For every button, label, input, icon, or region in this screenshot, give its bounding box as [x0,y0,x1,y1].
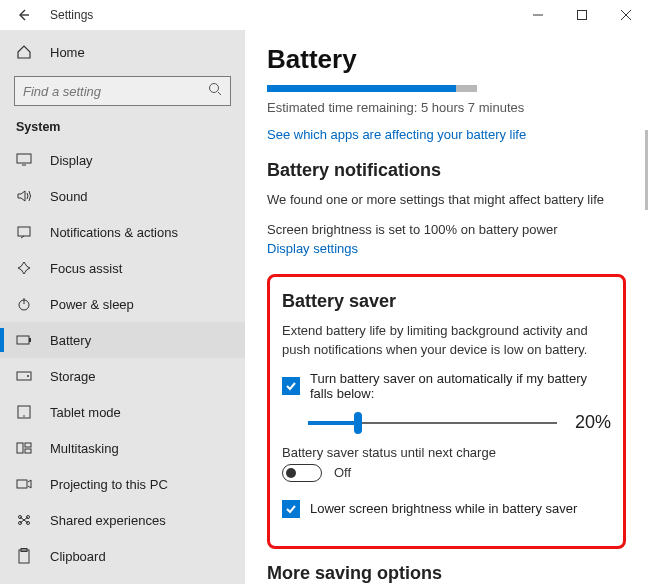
display-icon [16,152,32,168]
display-settings-link[interactable]: Display settings [267,241,626,256]
sidebar: Home System Display Sound Notifications … [0,30,245,584]
home-icon [16,44,32,60]
svg-point-8 [27,375,29,377]
battery-progress [267,85,477,92]
sidebar-item-label: Home [50,45,85,60]
svg-rect-13 [25,449,31,453]
threshold-slider[interactable] [308,411,557,435]
battery-saver-section: Battery saver Extend battery life by lim… [267,274,626,548]
lower-brightness-label: Lower screen brightness while in battery… [310,501,577,516]
sidebar-battery[interactable]: Battery [0,322,245,358]
sidebar-shared-exp[interactable]: Shared experiences [0,502,245,538]
sidebar-item-label: Battery [50,333,91,348]
sidebar-item-label: Clipboard [50,549,106,564]
svg-point-1 [210,84,219,93]
sidebar-sound[interactable]: Sound [0,178,245,214]
svg-rect-12 [25,443,31,447]
svg-rect-3 [18,227,30,236]
sidebar-item-label: Notifications & actions [50,225,178,240]
lower-brightness-checkbox[interactable] [282,500,300,518]
estimated-time: Estimated time remaining: 5 hours 7 minu… [267,100,626,115]
tablet-icon [16,404,32,420]
auto-label: Turn battery saver on automatically if m… [310,371,611,401]
more-options-heading: More saving options [267,563,626,584]
sidebar-item-label: Projecting to this PC [50,477,168,492]
sidebar-tablet-mode[interactable]: Tablet mode [0,394,245,430]
sidebar-focus-assist[interactable]: Focus assist [0,250,245,286]
svg-rect-2 [17,154,31,163]
svg-rect-14 [17,480,27,488]
svg-rect-0 [578,11,587,20]
multitask-icon [16,440,32,456]
clipboard-icon [16,548,32,564]
auto-checkbox[interactable] [282,377,300,395]
back-button[interactable] [16,8,30,22]
status-toggle[interactable] [282,464,322,482]
page-title: Battery [267,44,626,75]
status-label: Battery saver status until next charge [282,445,611,460]
sidebar-item-label: Display [50,153,93,168]
svg-point-10 [23,415,25,417]
sidebar-projecting[interactable]: Projecting to this PC [0,466,245,502]
power-icon [16,296,32,312]
svg-rect-5 [17,336,29,344]
sidebar-power-sleep[interactable]: Power & sleep [0,286,245,322]
maximize-button[interactable] [560,0,604,30]
sidebar-item-label: Multitasking [50,441,119,456]
sidebar-item-label: Tablet mode [50,405,121,420]
sidebar-item-label: Sound [50,189,88,204]
window-title: Settings [50,8,93,22]
toggle-state: Off [334,465,351,480]
sidebar-home[interactable]: Home [0,34,245,70]
search-input[interactable] [14,76,231,106]
project-icon [16,476,32,492]
battery-progress-fill [267,85,456,92]
sidebar-item-label: Storage [50,369,96,384]
sidebar-item-label: Focus assist [50,261,122,276]
search-field[interactable] [23,84,208,99]
close-button[interactable] [604,0,648,30]
sidebar-storage[interactable]: Storage [0,358,245,394]
focus-icon [16,260,32,276]
sidebar-display[interactable]: Display [0,142,245,178]
sidebar-clipboard[interactable]: Clipboard [0,538,245,574]
svg-rect-11 [17,443,23,453]
slider-value: 20% [575,412,611,433]
sidebar-multitasking[interactable]: Multitasking [0,430,245,466]
content-pane: Battery Estimated time remaining: 5 hour… [245,30,648,584]
sound-icon [16,188,32,204]
saver-heading: Battery saver [282,291,611,312]
sidebar-notifications[interactable]: Notifications & actions [0,214,245,250]
share-icon [16,512,32,528]
saver-desc: Extend battery life by limiting backgrou… [282,322,611,358]
apps-link[interactable]: See which apps are affecting your batter… [267,127,626,142]
notifications-heading: Battery notifications [267,160,626,181]
svg-rect-6 [29,338,31,342]
sidebar-section-label: System [0,116,245,142]
titlebar: Settings [0,0,648,30]
sidebar-item-label: Power & sleep [50,297,134,312]
battery-icon [16,332,32,348]
notifications-found: We found one or more settings that might… [267,191,626,209]
brightness-line: Screen brightness is set to 100% on batt… [267,221,626,239]
notifications-icon [16,224,32,240]
minimize-button[interactable] [516,0,560,30]
search-icon [208,82,222,100]
sidebar-item-label: Shared experiences [50,513,166,528]
storage-icon [16,368,32,384]
